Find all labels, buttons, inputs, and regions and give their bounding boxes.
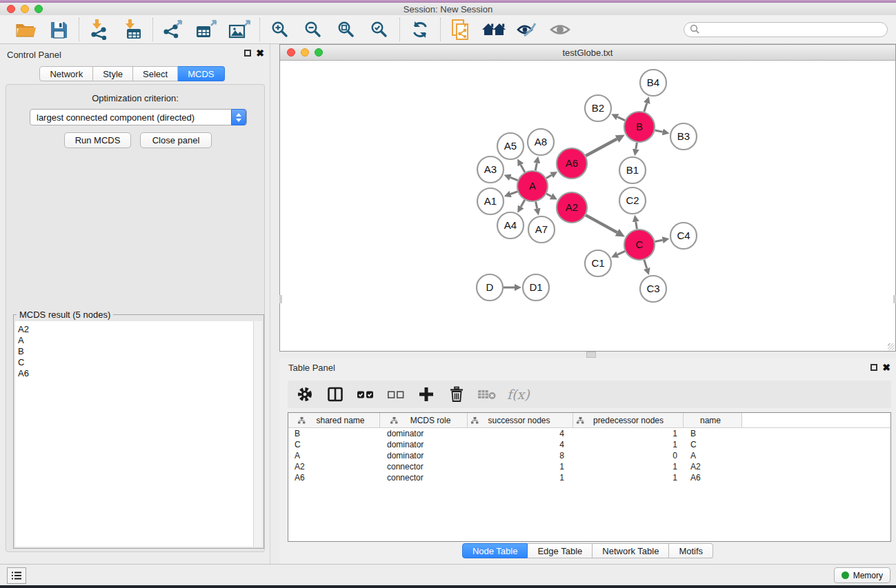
graph-edge-A-A5[interactable] xyxy=(521,165,525,172)
close-panel-icon[interactable]: ✖ xyxy=(882,364,890,371)
add-column-icon[interactable] xyxy=(416,383,437,406)
graph-edge-A-A6[interactable] xyxy=(546,175,552,178)
tab-node-table[interactable]: Node Table xyxy=(462,543,528,558)
tab-network-table[interactable]: Network Table xyxy=(593,543,669,558)
graph-node-label-B2: B2 xyxy=(592,102,604,114)
graph-edge-C-C3[interactable] xyxy=(644,260,647,268)
column-header-successor-nodes[interactable]: successor nodes xyxy=(468,413,573,427)
zoom-network-window-button[interactable] xyxy=(315,48,323,57)
show-detail-icon[interactable] xyxy=(547,18,573,41)
float-panel-icon[interactable] xyxy=(870,364,877,371)
graph-edge-A-A8[interactable] xyxy=(535,163,537,170)
import-table-icon[interactable] xyxy=(119,18,146,41)
import-network-icon[interactable] xyxy=(86,18,112,41)
close-panel-button[interactable]: Close panel xyxy=(140,132,212,148)
frame-resize-notch[interactable] xyxy=(893,295,896,303)
minimize-network-window-button[interactable] xyxy=(301,48,309,57)
graph-edge-A-A3[interactable] xyxy=(510,177,518,180)
graph-edge-A-A1[interactable] xyxy=(510,192,517,194)
column-header-name[interactable]: name xyxy=(684,413,742,427)
hide-detail-icon[interactable] xyxy=(514,18,540,41)
graph-node-label-B1: B1 xyxy=(626,164,639,176)
list-item[interactable]: A6 xyxy=(15,368,253,379)
refresh-icon[interactable] xyxy=(407,18,433,41)
select-stepper-icon xyxy=(231,109,246,125)
tab-edge-table[interactable]: Edge Table xyxy=(528,543,593,558)
tab-network[interactable]: Network xyxy=(39,66,93,81)
close-window-button[interactable] xyxy=(7,5,15,13)
table-header: shared name MCDS role successor nodes pr… xyxy=(288,413,890,428)
network-graph[interactable]: AA1A2A3A4A5A6A7A8BB1B2B3B4CC1C2C3C4DD1 xyxy=(280,61,895,350)
float-panel-icon[interactable] xyxy=(244,50,251,57)
table-row[interactable]: A6 connector 1 1 A6 xyxy=(288,472,890,483)
export-table-icon[interactable] xyxy=(193,18,219,41)
open-file-icon[interactable] xyxy=(12,18,39,41)
column-header-shared-name[interactable]: shared name xyxy=(288,413,380,427)
search-box[interactable] xyxy=(684,22,888,37)
list-item[interactable]: A xyxy=(15,335,253,346)
zoom-selected-icon[interactable] xyxy=(366,18,392,41)
zoom-in-icon[interactable] xyxy=(267,18,293,41)
graph-edge-A2-C[interactable] xyxy=(586,215,617,232)
table-row[interactable]: A2 connector 1 1 A2 xyxy=(288,461,890,472)
graph-node-label-A6: A6 xyxy=(566,157,578,169)
list-item[interactable]: C xyxy=(15,357,253,368)
column-header-predecessor-nodes[interactable]: predecessor nodes xyxy=(573,413,684,427)
close-panel-icon[interactable]: ✖ xyxy=(256,50,264,57)
result-list-scrollbar[interactable] xyxy=(253,321,262,547)
save-session-icon[interactable] xyxy=(46,18,72,41)
network-window-titlebar[interactable]: testGlobe.txt xyxy=(280,45,895,61)
export-network-icon[interactable] xyxy=(160,18,186,41)
column-header-mcds-role[interactable]: MCDS role xyxy=(380,413,468,427)
graph-node-label-B4: B4 xyxy=(647,77,659,88)
memory-button[interactable]: Memory xyxy=(834,567,890,583)
close-network-window-button[interactable] xyxy=(287,48,295,57)
graph-edge-B-B1[interactable] xyxy=(636,143,637,150)
table-row[interactable]: B dominator 4 1 B xyxy=(288,428,890,439)
optimization-criterion-select[interactable]: largest connected component (directed) xyxy=(30,109,247,125)
graph-edge-B-B4[interactable] xyxy=(644,103,647,112)
mcds-result-list[interactable]: A2 A B C A6 xyxy=(15,321,253,547)
app-title: Session: New Session xyxy=(0,4,896,14)
table-row[interactable]: A dominator 8 0 A xyxy=(288,450,890,461)
tab-style[interactable]: Style xyxy=(93,66,133,81)
select-all-icon[interactable] xyxy=(355,383,376,406)
graph-edge-A-A4[interactable] xyxy=(521,200,525,207)
run-mcds-button[interactable]: Run MCDS xyxy=(64,132,131,148)
graph-edge-A-A7[interactable] xyxy=(536,202,537,209)
graph-edge-C-C2[interactable] xyxy=(636,222,637,230)
table-row[interactable]: C dominator 4 1 C xyxy=(288,439,890,450)
frame-resize-notch[interactable] xyxy=(279,295,282,303)
graph-edge-B-B2[interactable] xyxy=(617,117,625,121)
list-item[interactable]: A2 xyxy=(15,321,253,335)
export-image-icon[interactable] xyxy=(226,18,252,41)
graph-node-label-A: A xyxy=(529,180,536,192)
graph-edge-A6-B[interactable] xyxy=(586,139,617,156)
zoom-out-icon[interactable] xyxy=(300,18,326,41)
gear-icon[interactable] xyxy=(295,383,315,406)
deselect-all-icon[interactable] xyxy=(386,383,406,406)
zoom-fit-icon[interactable] xyxy=(333,18,359,41)
node-table[interactable]: shared name MCDS role successor nodes pr… xyxy=(288,412,891,542)
list-icon xyxy=(11,571,22,580)
search-input[interactable] xyxy=(700,25,873,34)
graph-edge-C-C4[interactable] xyxy=(655,240,663,241)
delete-icon[interactable] xyxy=(446,383,467,406)
graph-edge-B-B3[interactable] xyxy=(655,130,662,132)
graph-node-label-B3: B3 xyxy=(677,130,690,142)
network-canvas[interactable]: AA1A2A3A4A5A6A7A8BB1B2B3B4CC1C2C3C4DD1 xyxy=(280,61,895,351)
task-history-button[interactable] xyxy=(7,567,26,584)
tab-motifs[interactable]: Motifs xyxy=(669,543,713,558)
column-view-icon[interactable] xyxy=(325,383,346,406)
graph-edge-A-A2[interactable] xyxy=(546,194,551,196)
minimize-window-button[interactable] xyxy=(21,5,29,13)
graph-edge-C-C1[interactable] xyxy=(617,251,625,254)
tab-select[interactable]: Select xyxy=(133,66,178,81)
zoom-window-button[interactable] xyxy=(34,5,43,13)
tab-mcds[interactable]: MCDS xyxy=(178,66,224,81)
split-pane-handle[interactable] xyxy=(586,352,596,358)
clone-network-icon[interactable] xyxy=(448,18,474,41)
list-item[interactable]: B xyxy=(15,346,253,357)
window-resize-grip[interactable] xyxy=(888,343,895,350)
home-icon[interactable] xyxy=(481,18,507,41)
